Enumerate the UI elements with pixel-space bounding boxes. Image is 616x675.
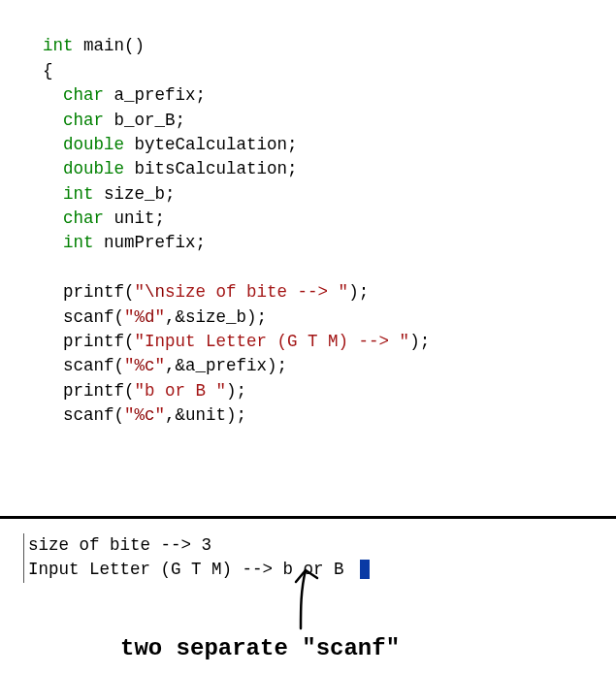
text-cursor-icon (360, 560, 370, 579)
code-line-1: int main() (43, 36, 145, 55)
keyword-int: int (43, 36, 74, 55)
annotation-label: two separate "scanf" (120, 632, 400, 666)
identifier-main: main (83, 36, 124, 55)
code-block: int main() { char a_prefix; char b_or_B;… (43, 10, 430, 428)
decl-bitsCalculation: double bitsCalculation; (63, 159, 298, 178)
stmt-printf-1: printf("\nsize of bite --> "); (63, 282, 369, 302)
brace-open: { (43, 61, 53, 80)
stmt-printf-2: printf("Input Letter (G T M) --> "); (63, 332, 430, 351)
decl-b-or-B: char b_or_B; (63, 111, 185, 130)
stmt-scanf-1: scanf("%d",&size_b); (63, 307, 267, 327)
decl-size-b: int size_b; (63, 184, 176, 204)
decl-a-prefix: char a_prefix; (63, 85, 206, 105)
console-line-1: size of bite --> 3 (28, 535, 211, 555)
stmt-scanf-3: scanf("%c",&unit); (63, 405, 246, 425)
console-output: size of bite --> 3 Input Letter (G T M) … (23, 533, 370, 583)
page: int main() { char a_prefix; char b_or_B;… (0, 0, 616, 675)
console-line-2: Input Letter (G T M) --> b or B (28, 560, 354, 579)
divider (0, 516, 616, 519)
stmt-printf-3: printf("b or B "); (63, 381, 246, 401)
decl-byteCalculation: double byteCalculation; (63, 135, 298, 154)
decl-numPrefix: int numPrefix; (63, 233, 206, 252)
decl-unit: char unit; (63, 209, 165, 228)
stmt-scanf-2: scanf("%c",&a_prefix); (63, 356, 287, 375)
